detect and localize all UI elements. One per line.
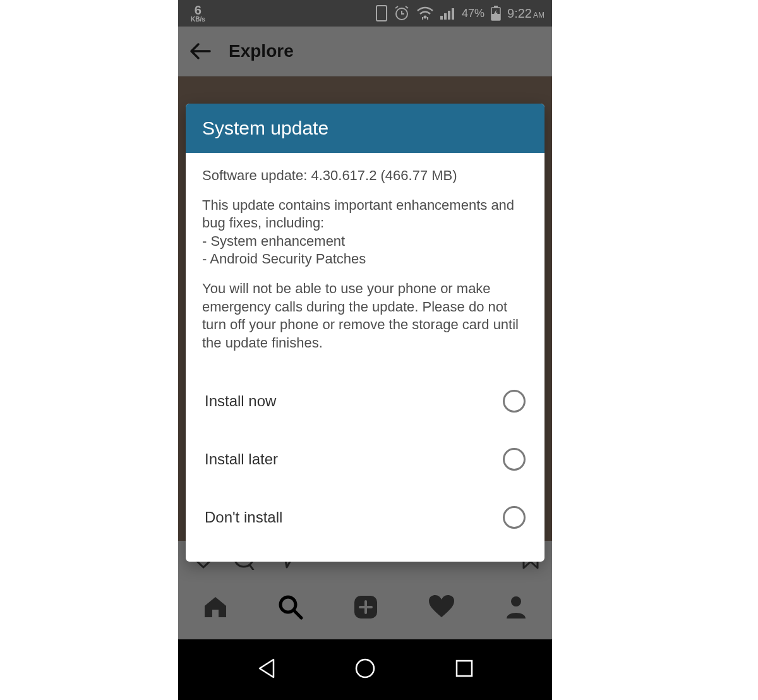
- screen: 6 KB/s 47%: [178, 0, 552, 639]
- option-label: Don't install: [205, 509, 282, 526]
- status-clock: 9:22AM: [507, 6, 544, 21]
- phone-frame: 6 KB/s 47%: [178, 0, 552, 700]
- dialog-title: System update: [186, 104, 544, 153]
- svg-rect-6: [452, 8, 454, 20]
- svg-rect-3: [440, 16, 443, 20]
- nav-add-post-icon[interactable]: [352, 594, 379, 623]
- system-nav-bar: [178, 639, 552, 700]
- option-install-later[interactable]: Install later: [202, 430, 528, 488]
- nav-activity-icon[interactable]: [428, 594, 455, 622]
- radio-unchecked-icon: [503, 448, 526, 471]
- speed-unit: KB/s: [191, 16, 205, 23]
- nav-profile-icon[interactable]: [504, 594, 528, 622]
- svg-point-13: [511, 596, 521, 606]
- battery-percent: 47%: [462, 7, 484, 20]
- radio-unchecked-icon: [503, 506, 526, 529]
- status-icons: 47% 9:22AM: [376, 5, 544, 21]
- svg-rect-15: [457, 661, 472, 676]
- status-bar: 6 KB/s 47%: [178, 0, 552, 27]
- desc-item-1: - System enhancement: [202, 233, 345, 249]
- portrait-lock-icon: [376, 5, 387, 21]
- dialog-body: Software update: 4.30.617.2 (466.77 MB) …: [186, 153, 544, 368]
- system-update-dialog: System update Software update: 4.30.617.…: [186, 104, 544, 562]
- option-label: Install later: [205, 450, 278, 468]
- alarm-icon: [394, 5, 410, 21]
- sys-recents-icon[interactable]: [455, 659, 474, 680]
- nav-home-icon[interactable]: [202, 594, 229, 622]
- svg-point-14: [356, 660, 374, 677]
- option-dont-install[interactable]: Don't install: [202, 488, 528, 546]
- update-warning: You will not be able to use your phone o…: [202, 280, 528, 352]
- update-version-line: Software update: 4.30.617.2 (466.77 MB): [202, 167, 528, 185]
- svg-rect-5: [448, 11, 450, 20]
- desc-item-2: - Android Security Patches: [202, 251, 366, 267]
- svg-rect-8: [494, 6, 498, 8]
- nav-search-icon[interactable]: [277, 594, 304, 623]
- app-header: Explore: [178, 27, 552, 76]
- time-value: 9:22: [507, 6, 532, 20]
- option-label: Install now: [205, 392, 276, 410]
- sys-back-icon[interactable]: [257, 658, 276, 682]
- sys-home-icon[interactable]: [354, 658, 376, 682]
- option-install-now[interactable]: Install now: [202, 372, 528, 430]
- cellular-signal-icon: [440, 7, 455, 20]
- svg-rect-4: [444, 13, 447, 20]
- back-arrow-icon[interactable]: [190, 42, 211, 60]
- radio-unchecked-icon: [503, 390, 526, 413]
- update-description: This update contains important enhanceme…: [202, 196, 528, 269]
- network-speed-indicator: 6 KB/s: [191, 4, 205, 23]
- desc-intro: This update contains important enhanceme…: [202, 197, 514, 231]
- battery-charging-icon: [491, 6, 501, 21]
- page-title: Explore: [229, 41, 294, 61]
- time-ampm: AM: [533, 11, 544, 20]
- svg-rect-0: [376, 6, 387, 21]
- svg-point-2: [424, 16, 427, 19]
- wifi-icon: [416, 6, 434, 20]
- dialog-options: Install now Install later Don't install: [186, 368, 544, 562]
- speed-value: 6: [195, 4, 202, 16]
- bottom-nav: [178, 577, 552, 639]
